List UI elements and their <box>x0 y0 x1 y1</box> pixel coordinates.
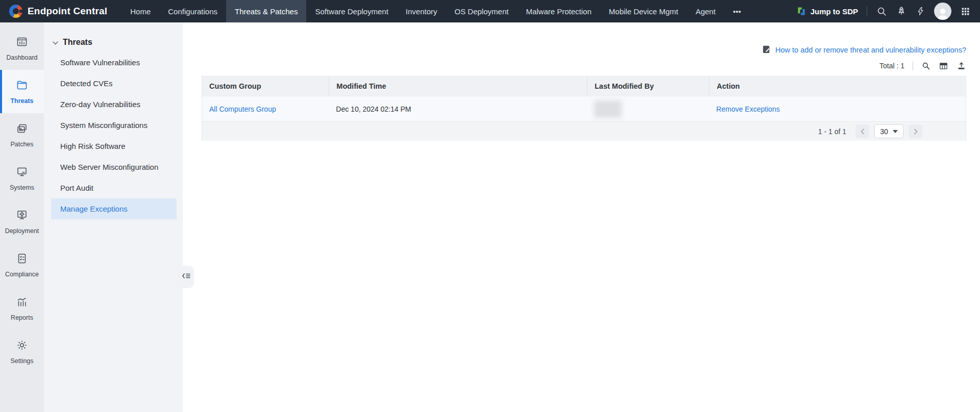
systems-icon <box>16 166 28 179</box>
rail-item-label: Compliance <box>5 271 39 278</box>
nav-item-threats-patches[interactable]: Threats & Patches <box>226 0 306 22</box>
gear-icon <box>16 339 28 353</box>
sidebar-item-system-misconfigurations[interactable]: System Misconfigurations <box>44 115 183 136</box>
nav-item-configurations[interactable]: Configurations <box>159 0 226 22</box>
rail-item-settings[interactable]: Settings <box>0 330 44 373</box>
rail-item-label: Systems <box>10 184 34 191</box>
nav-item-mobile-device-mgmt[interactable]: Mobile Device Mgmt <box>600 0 687 22</box>
endpoint-central-logo-icon <box>9 5 22 18</box>
rail-item-label: Threats <box>10 97 33 105</box>
table-toolbar: Total : 1 <box>183 60 980 71</box>
cell-last-modified-by <box>587 96 709 121</box>
sidebar-item-port-audit[interactable]: Port Audit <box>44 177 183 198</box>
brand-name: Endpoint Central <box>28 6 107 17</box>
sidebar-item-manage-exceptions[interactable]: Manage Exceptions <box>51 198 177 219</box>
sidebar-item-web-server-misconfiguration[interactable]: Web Server Misconfiguration <box>44 157 183 177</box>
rail-item-threats[interactable]: Threats <box>0 70 44 113</box>
column-header-modified-time[interactable]: Modified Time <box>329 76 587 96</box>
main-content: How to add or remove threat and vulnerab… <box>183 22 980 412</box>
left-module-rail: Dashboard Threats Patches Systems <box>0 22 44 412</box>
rail-item-label: Deployment <box>5 227 39 235</box>
reports-icon <box>16 296 28 310</box>
cell-custom-group: All Computers Group <box>202 96 329 121</box>
export-icon[interactable] <box>957 61 966 71</box>
nav-more-menu[interactable]: ••• <box>724 0 750 22</box>
sidebar-item-zero-day-vulnerabilities[interactable]: Zero-day Vulnerabilities <box>44 94 183 115</box>
help-link[interactable]: How to add or remove threat and vulnerab… <box>775 46 966 54</box>
page-size-dropdown[interactable]: 30 <box>874 124 903 138</box>
total-count-label: Total : 1 <box>879 62 904 70</box>
rail-item-deployment[interactable]: Deployment <box>0 200 44 243</box>
deployment-icon <box>16 209 28 223</box>
search-icon[interactable] <box>876 6 887 17</box>
rail-item-dashboard[interactable]: Dashboard <box>0 27 44 70</box>
table-row: All Computers Group Dec 10, 2024 02:14 P… <box>202 96 966 121</box>
rail-item-label: Reports <box>11 314 33 321</box>
rail-item-reports[interactable]: Reports <box>0 287 44 330</box>
rail-item-label: Patches <box>10 141 33 148</box>
threats-icon <box>16 79 28 93</box>
cell-action: Remove Exceptions <box>709 96 966 121</box>
caret-down-icon <box>893 130 898 133</box>
toolbar-separator <box>913 61 913 70</box>
apps-grid-icon[interactable] <box>960 6 971 17</box>
rail-item-label: Dashboard <box>6 54 37 61</box>
column-chooser-icon[interactable] <box>939 61 948 71</box>
page-size-value: 30 <box>880 127 888 136</box>
threats-sidebar: Threats Software Vulnerabilities Detecte… <box>44 22 183 412</box>
sidebar-item-detected-cves[interactable]: Detected CVEs <box>44 73 183 94</box>
column-header-last-modified-by[interactable]: Last Modified By <box>587 76 709 96</box>
nav-item-os-deployment[interactable]: OS Deployment <box>446 0 518 22</box>
cell-modified-time: Dec 10, 2024 02:14 PM <box>329 96 587 121</box>
rail-item-systems[interactable]: Systems <box>0 157 44 200</box>
user-avatar[interactable] <box>934 3 951 20</box>
rail-item-patches[interactable]: Patches <box>0 113 44 157</box>
redacted-value <box>594 100 622 118</box>
sidebar-section-label: Threats <box>63 38 92 47</box>
patches-icon <box>16 122 28 136</box>
jump-to-sdp-button[interactable]: Jump to SDP <box>796 6 858 16</box>
sdp-logo-icon <box>796 6 806 16</box>
nav-item-malware-protection[interactable]: Malware Protection <box>517 0 600 22</box>
table-search-icon[interactable] <box>921 61 930 70</box>
nav-item-agent[interactable]: Agent <box>687 0 724 22</box>
pagination-next-button[interactable] <box>909 124 922 138</box>
remove-exceptions-link[interactable]: Remove Exceptions <box>716 105 780 113</box>
table-footer: 1 - 1 of 1 30 <box>202 121 966 141</box>
edit-note-icon <box>762 44 772 56</box>
dashboard-icon <box>16 36 28 49</box>
column-header-custom-group[interactable]: Custom Group <box>202 76 329 96</box>
sidebar-item-high-risk-software[interactable]: High Risk Software <box>44 136 183 157</box>
exceptions-table: Custom Group Modified Time Last Modified… <box>202 76 966 141</box>
table-header-row: Custom Group Modified Time Last Modified… <box>202 76 966 96</box>
sidebar-item-software-vulnerabilities[interactable]: Software Vulnerabilities <box>44 52 183 73</box>
rail-item-label: Settings <box>10 357 33 365</box>
chevron-down-icon <box>53 38 58 47</box>
nav-item-home[interactable]: Home <box>121 0 159 22</box>
custom-group-link[interactable]: All Computers Group <box>209 105 276 113</box>
pagination-prev-button[interactable] <box>855 124 869 138</box>
nav-item-software-deployment[interactable]: Software Deployment <box>306 0 397 22</box>
nav-separator <box>867 6 867 16</box>
nav-item-inventory[interactable]: Inventory <box>397 0 446 22</box>
rocket-icon[interactable] <box>896 6 907 17</box>
nav-right-cluster: Jump to SDP <box>796 3 980 20</box>
top-navigation-bar: Endpoint Central Home Configurations Thr… <box>0 0 980 22</box>
primary-nav: Home Configurations Threats & Patches So… <box>121 0 749 22</box>
column-header-action[interactable]: Action <box>709 76 966 96</box>
collapse-sidebar-icon <box>182 272 191 281</box>
brand[interactable]: Endpoint Central <box>0 5 121 18</box>
pagination-range-label: 1 - 1 of 1 <box>818 127 846 136</box>
compliance-icon <box>16 252 28 266</box>
sidebar-section-threats[interactable]: Threats <box>44 22 183 52</box>
lightning-icon[interactable] <box>916 6 925 17</box>
jump-to-sdp-label: Jump to SDP <box>811 7 858 16</box>
rail-item-compliance[interactable]: Compliance <box>0 243 44 287</box>
help-row: How to add or remove threat and vulnerab… <box>183 45 980 55</box>
sidebar-collapse-button[interactable] <box>177 266 194 288</box>
